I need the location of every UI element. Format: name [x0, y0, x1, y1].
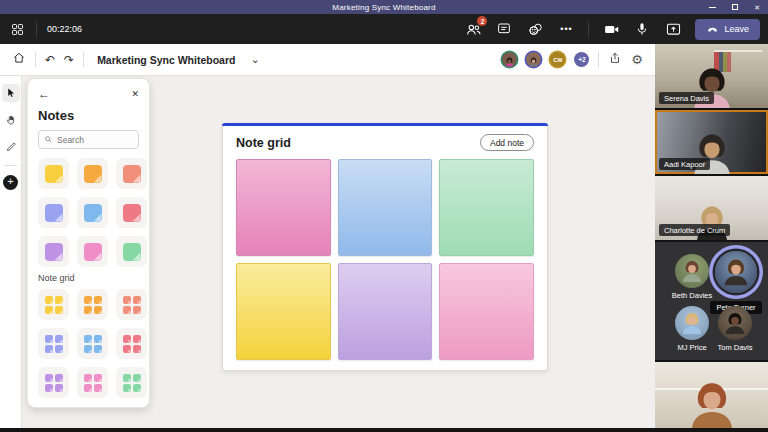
panel-close-icon[interactable]: ✕ [131, 89, 139, 99]
video-tile-unnamed[interactable] [655, 362, 768, 428]
notes-search-box[interactable] [38, 130, 139, 149]
window-title: Marketing Sync Whiteboard [332, 3, 435, 12]
camera-icon[interactable] [602, 20, 620, 38]
note-swatch-pink[interactable] [77, 236, 108, 267]
grid-swatch-green[interactable] [116, 367, 147, 398]
video-tile-charlotte-de-crum[interactable]: Charlotte de Crum [655, 176, 768, 240]
grid-swatch-red[interactable] [116, 328, 147, 359]
notes-panel-title: Notes [38, 108, 139, 123]
divider [83, 52, 84, 67]
teams-meeting-window: Marketing Sync Whiteboard ✕ 00:22:06 [0, 0, 768, 432]
participant-pete-turner-speaking[interactable]: Pete Turner [706, 246, 766, 314]
more-options-icon[interactable]: ••• [557, 20, 575, 38]
board-title: Marketing Sync Whiteboard [97, 54, 235, 66]
share-board-icon[interactable] [608, 51, 622, 69]
presence-overflow-badge[interactable]: +2 [574, 52, 589, 67]
avatar-speaking-ring [715, 251, 757, 293]
avatar [675, 254, 709, 288]
home-icon[interactable] [12, 51, 26, 69]
presence-avatar[interactable] [502, 52, 517, 67]
redo-icon[interactable]: ↷ [64, 54, 74, 66]
note-grid-cell-pink[interactable] [236, 159, 331, 256]
note-swatch-purple[interactable] [38, 236, 69, 267]
select-tool[interactable] [2, 84, 20, 102]
minimize-icon[interactable] [709, 7, 716, 8]
grid-swatch-purple[interactable] [38, 367, 69, 398]
grid-swatch-periwinkle[interactable] [38, 328, 69, 359]
participant-tom-davis[interactable]: Tom Davis [706, 306, 764, 352]
presence-avatar[interactable] [526, 52, 541, 67]
participant-name-label: Serena Davis [659, 92, 714, 104]
note-swatch-green[interactable] [116, 236, 147, 267]
divider [598, 52, 599, 67]
participants-icon[interactable]: 2 [464, 20, 482, 38]
pen-tool[interactable] [2, 138, 20, 156]
divider [5, 165, 17, 166]
note-swatch-coral[interactable] [116, 158, 147, 189]
video-tile-aadi-kapoor-active-speaker[interactable]: Aadi Kapoor [655, 110, 768, 174]
hang-up-icon [706, 23, 719, 36]
note-grid-color-grid [38, 289, 139, 398]
note-grid-cell-lavender[interactable] [338, 263, 433, 360]
leave-label: Leave [724, 24, 749, 34]
note-color-grid [38, 158, 139, 267]
participant-name-label: Tom Davis [717, 343, 752, 352]
window-titlebar: Marketing Sync Whiteboard ✕ [0, 0, 768, 14]
note-grid-card-title: Note grid [236, 136, 291, 150]
whiteboard-canvas[interactable]: + ← ✕ Notes [0, 76, 655, 428]
grid-swatch-blue[interactable] [77, 328, 108, 359]
search-input[interactable] [57, 135, 127, 145]
note-grid-cell-yellow[interactable] [236, 263, 331, 360]
notes-panel: ← ✕ Notes [27, 78, 150, 408]
search-icon [44, 135, 53, 144]
participant-name-label: MJ Price [677, 343, 706, 352]
note-swatch-periwinkle[interactable] [38, 197, 69, 228]
grid-swatch-coral[interactable] [116, 289, 147, 320]
microphone-icon[interactable] [633, 20, 651, 38]
audio-participants-tile: Beth Davies Pete Turner MJ Price [655, 242, 768, 360]
note-swatch-yellow[interactable] [38, 158, 69, 189]
participant-name-label: Aadi Kapoor [659, 158, 710, 170]
note-grid-cell-blue[interactable] [338, 159, 433, 256]
grid-swatch-orange[interactable] [77, 289, 108, 320]
note-grid-cell-rose[interactable] [439, 263, 534, 360]
meeting-timer: 00:22:06 [47, 24, 82, 34]
whiteboard-toolbar: ↶ ↷ Marketing Sync Whiteboard ⌄ CW +2 [0, 44, 655, 76]
tool-strip: + [0, 76, 22, 428]
participant-name-label: Charlotte de Crum [659, 224, 730, 236]
divider [588, 21, 589, 37]
grid-swatch-yellow[interactable] [38, 289, 69, 320]
share-screen-icon[interactable] [664, 20, 682, 38]
pan-hand-tool[interactable] [2, 111, 20, 129]
chevron-down-icon[interactable]: ⌄ [250, 53, 259, 66]
back-arrow-icon[interactable]: ← [38, 87, 50, 101]
reactions-icon[interactable] [526, 20, 544, 38]
apps-waffle-icon[interactable] [8, 20, 26, 38]
create-add-button[interactable]: + [3, 175, 18, 190]
avatar [675, 306, 709, 340]
note-swatch-red[interactable] [116, 197, 147, 228]
participants-sidebar: Serena Davis Aadi Kapoor Charlotte de Cr… [655, 44, 768, 428]
bottom-edge [0, 428, 768, 432]
presence-avatar-initials[interactable]: CW [550, 52, 565, 67]
window-controls: ✕ [709, 0, 764, 14]
meeting-toolbar: 00:22:06 2 [0, 14, 768, 44]
undo-icon[interactable]: ↶ [45, 54, 55, 66]
add-note-button[interactable]: Add note [480, 134, 534, 151]
grid-swatch-pink[interactable] [77, 367, 108, 398]
note-swatch-blue[interactable] [77, 197, 108, 228]
divider [36, 21, 37, 37]
video-tile-serena-davis[interactable]: Serena Davis [655, 44, 768, 108]
avatar [718, 306, 752, 340]
leave-button[interactable]: Leave [695, 19, 760, 40]
participants-badge: 2 [477, 16, 487, 26]
note-grid-cells [223, 158, 547, 372]
close-icon[interactable]: ✕ [754, 4, 760, 11]
settings-gear-icon[interactable]: ⚙ [631, 52, 643, 67]
divider [35, 52, 36, 67]
note-grid-card[interactable]: Note grid Add note [222, 123, 548, 371]
note-swatch-orange[interactable] [77, 158, 108, 189]
maximize-icon[interactable] [732, 4, 738, 10]
chat-icon[interactable] [495, 20, 513, 38]
note-grid-cell-green[interactable] [439, 159, 534, 256]
